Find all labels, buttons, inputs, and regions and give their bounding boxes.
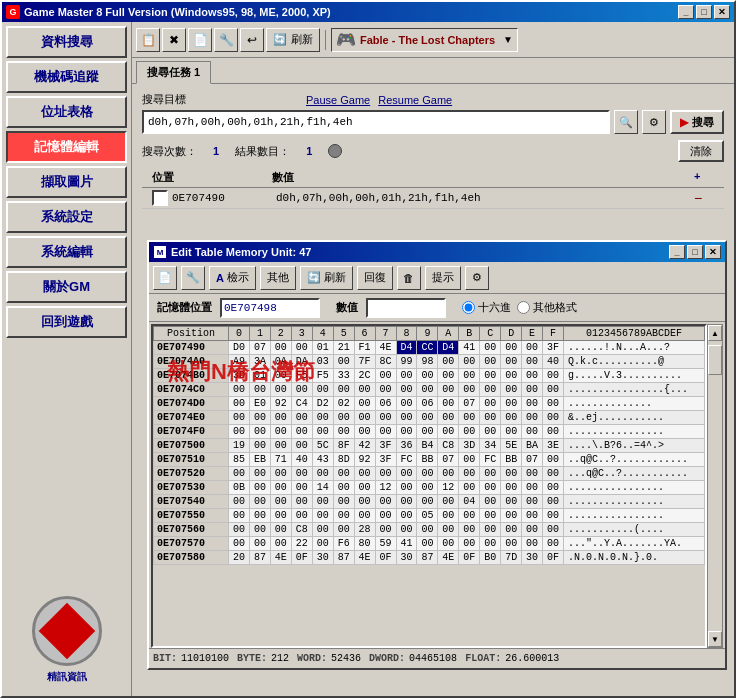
- mem-byte-cell[interactable]: D0: [229, 341, 250, 355]
- mem-byte-cell[interactable]: 00: [270, 341, 291, 355]
- search-icon-btn-2[interactable]: ⚙: [642, 110, 666, 134]
- mem-byte-cell[interactable]: 00: [312, 411, 333, 425]
- mem-byte-cell[interactable]: 0B: [229, 481, 250, 495]
- mem-byte-cell[interactable]: D4: [438, 341, 459, 355]
- mem-byte-cell[interactable]: 00: [480, 397, 501, 411]
- mem-addr-cell[interactable]: 0E707540: [154, 495, 229, 509]
- close-button[interactable]: ✕: [714, 5, 730, 19]
- mem-byte-cell[interactable]: FC: [396, 453, 417, 467]
- mem-byte-cell[interactable]: 00: [480, 509, 501, 523]
- mem-byte-cell[interactable]: 00: [459, 383, 480, 397]
- clear-button[interactable]: 清除: [678, 140, 724, 162]
- mem-addr-cell[interactable]: 0E707500: [154, 439, 229, 453]
- mem-byte-cell[interactable]: 00: [270, 411, 291, 425]
- mem-byte-cell[interactable]: 00: [375, 467, 396, 481]
- mem-byte-cell[interactable]: 40: [291, 453, 312, 467]
- mem-byte-cell[interactable]: 00: [333, 495, 354, 509]
- mem-byte-cell[interactable]: 00: [270, 425, 291, 439]
- tab-search-1[interactable]: 搜尋任務 1: [136, 61, 211, 84]
- mem-byte-cell[interactable]: 00: [291, 481, 312, 495]
- mem-byte-cell[interactable]: 00: [375, 411, 396, 425]
- result-checkbox-0[interactable]: [152, 190, 168, 206]
- mem-byte-cell[interactable]: 00: [354, 411, 375, 425]
- mem-byte-cell[interactable]: 00: [501, 467, 522, 481]
- mem-byte-cell[interactable]: 02: [333, 397, 354, 411]
- mem-addr-cell[interactable]: 0E7074E0: [154, 411, 229, 425]
- mem-hint-btn[interactable]: 提示: [425, 266, 461, 290]
- mem-byte-cell[interactable]: 12: [438, 481, 459, 495]
- mem-byte-cell[interactable]: 41: [459, 341, 480, 355]
- mem-byte-cell[interactable]: 00: [396, 411, 417, 425]
- mem-byte-cell[interactable]: 3F: [375, 439, 396, 453]
- mem-byte-cell[interactable]: 00: [396, 481, 417, 495]
- mem-byte-cell[interactable]: 00: [480, 341, 501, 355]
- mem-byte-cell[interactable]: 07: [249, 341, 270, 355]
- mem-byte-cell[interactable]: 00: [270, 509, 291, 523]
- mem-byte-cell[interactable]: 00: [291, 341, 312, 355]
- mem-byte-cell[interactable]: 00: [312, 383, 333, 397]
- mem-byte-cell[interactable]: 00: [501, 537, 522, 551]
- mem-byte-cell[interactable]: 3F: [375, 453, 396, 467]
- mem-byte-cell[interactable]: 40: [543, 355, 564, 369]
- mem-byte-cell[interactable]: 00: [396, 383, 417, 397]
- mem-byte-cell[interactable]: E0: [249, 397, 270, 411]
- mem-byte-cell[interactable]: 00: [291, 425, 312, 439]
- mem-byte-cell[interactable]: 00: [480, 467, 501, 481]
- mem-byte-cell[interactable]: 00: [417, 411, 438, 425]
- mem-byte-cell[interactable]: 00: [249, 411, 270, 425]
- mem-byte-cell[interactable]: D2: [312, 397, 333, 411]
- mem-byte-cell[interactable]: 00: [354, 467, 375, 481]
- mem-addr-cell[interactable]: 0E7074C0: [154, 383, 229, 397]
- mem-byte-cell[interactable]: 00: [522, 495, 543, 509]
- sidebar-item-addr-table[interactable]: 位址表格: [6, 96, 127, 128]
- mem-scrollbar[interactable]: ▲ ▼: [707, 324, 723, 648]
- mem-addr-cell[interactable]: 0E7074A0: [154, 355, 229, 369]
- mem-byte-cell[interactable]: FC: [480, 453, 501, 467]
- mem-byte-cell[interactable]: 00: [229, 383, 250, 397]
- mem-byte-cell[interactable]: BA: [522, 439, 543, 453]
- mem-byte-cell[interactable]: 42: [354, 439, 375, 453]
- mem-byte-cell[interactable]: 00: [354, 397, 375, 411]
- mem-byte-cell[interactable]: 00: [333, 467, 354, 481]
- mem-byte-cell[interactable]: 00: [543, 481, 564, 495]
- mem-byte-cell[interactable]: 22: [291, 537, 312, 551]
- mem-byte-cell[interactable]: 00: [249, 383, 270, 397]
- mem-byte-cell[interactable]: 00: [333, 523, 354, 537]
- mem-byte-cell[interactable]: 00: [438, 369, 459, 383]
- mem-byte-cell[interactable]: 00: [417, 383, 438, 397]
- mem-byte-cell[interactable]: 00: [417, 369, 438, 383]
- mem-byte-cell[interactable]: 00: [459, 509, 480, 523]
- mem-byte-cell[interactable]: 30: [522, 551, 543, 565]
- mem-byte-cell[interactable]: 7F: [354, 355, 375, 369]
- mem-byte-cell[interactable]: 14: [312, 481, 333, 495]
- mem-byte-cell[interactable]: 00: [438, 355, 459, 369]
- mem-byte-cell[interactable]: 0F: [459, 551, 480, 565]
- radio-other-input[interactable]: [517, 301, 530, 314]
- mem-byte-cell[interactable]: 00: [522, 411, 543, 425]
- mem-byte-cell[interactable]: 00: [270, 495, 291, 509]
- mem-byte-cell[interactable]: 00: [480, 355, 501, 369]
- mem-byte-cell[interactable]: 00: [417, 523, 438, 537]
- mem-addr-cell[interactable]: 0E707490: [154, 341, 229, 355]
- mem-byte-cell[interactable]: 0A: [270, 355, 291, 369]
- mem-byte-cell[interactable]: 00: [522, 355, 543, 369]
- mem-byte-cell[interactable]: 00: [480, 537, 501, 551]
- mem-byte-cell[interactable]: 07: [459, 397, 480, 411]
- mem-minimize[interactable]: _: [669, 245, 685, 259]
- mem-byte-cell[interactable]: DA: [291, 355, 312, 369]
- mem-byte-cell[interactable]: 05: [417, 509, 438, 523]
- mem-byte-cell[interactable]: 92: [354, 453, 375, 467]
- mem-byte-cell[interactable]: 00: [249, 481, 270, 495]
- mem-byte-cell[interactable]: 00: [501, 341, 522, 355]
- scroll-down[interactable]: ▼: [708, 631, 722, 647]
- mem-byte-cell[interactable]: A9: [229, 355, 250, 369]
- mem-byte-cell[interactable]: 00: [459, 425, 480, 439]
- mem-addr-cell[interactable]: 0E7074B0: [154, 369, 229, 383]
- mem-byte-cell[interactable]: 00: [501, 523, 522, 537]
- mem-byte-cell[interactable]: 30: [312, 551, 333, 565]
- mem-byte-cell[interactable]: 00: [249, 509, 270, 523]
- mem-byte-cell[interactable]: 00: [291, 439, 312, 453]
- search-button[interactable]: ▶ 搜尋: [670, 110, 724, 134]
- toolbar-btn-5[interactable]: ↩: [240, 28, 264, 52]
- mem-byte-cell[interactable]: 00: [543, 537, 564, 551]
